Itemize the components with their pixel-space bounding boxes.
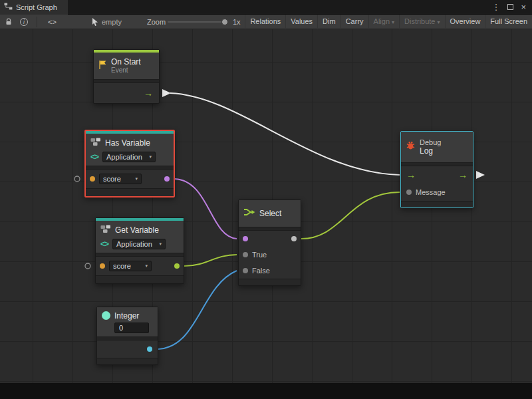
tab-label: Script Graph xyxy=(16,3,57,11)
selection-cursor-icon xyxy=(92,15,99,29)
trigger-output-port[interactable]: → xyxy=(144,88,153,98)
align-button[interactable]: Align▾ xyxy=(368,15,399,29)
integer-literal-icon xyxy=(102,311,110,320)
caret-down-icon: ▾ xyxy=(392,19,394,25)
exit-output-port[interactable]: → xyxy=(458,170,467,180)
false-port-label: False xyxy=(252,267,270,275)
edit-graph-icon[interactable]: <> xyxy=(48,15,57,29)
node-select[interactable]: Select True False xyxy=(238,200,301,286)
node-title: Select xyxy=(259,209,281,218)
caret-down-icon: ▾ xyxy=(438,19,440,25)
node-debug-log[interactable]: Debug Log → → Message xyxy=(400,131,473,208)
is-set-output-port[interactable] xyxy=(164,176,170,182)
message-input-port[interactable] xyxy=(406,190,412,195)
enter-input-port[interactable]: → xyxy=(406,170,416,180)
zoom-value: 1x xyxy=(233,15,241,29)
scope-value: Application xyxy=(106,153,142,161)
script-graph-icon xyxy=(4,3,13,11)
node-title: Log xyxy=(420,146,441,156)
node-title: Has Variable xyxy=(105,138,150,148)
node-title: Get Variable xyxy=(115,225,159,235)
code-chevrons-icon: <> xyxy=(90,152,98,162)
zoom-slider-track[interactable] xyxy=(168,21,225,23)
close-icon[interactable]: × xyxy=(521,2,526,12)
message-port-label: Message xyxy=(416,188,446,196)
relations-button[interactable]: Relations xyxy=(245,15,285,29)
node-footer xyxy=(97,358,158,364)
selection-output-port[interactable] xyxy=(291,236,297,241)
node-subtitle: Debug xyxy=(420,138,441,146)
zoom-slider-handle[interactable] xyxy=(221,19,228,25)
window-title-bar: Script Graph ⋮ × xyxy=(0,0,532,15)
carry-button[interactable]: Carry xyxy=(340,15,368,29)
node-get-variable[interactable]: Get Variable <> Application ▾ score ▾ xyxy=(95,217,184,284)
node-integer[interactable]: Integer 0 xyxy=(96,307,158,365)
variable-name-dropdown[interactable]: score ▾ xyxy=(99,174,142,184)
tab-script-graph[interactable]: Script Graph xyxy=(0,0,68,15)
variables-icon xyxy=(100,224,111,236)
node-footer xyxy=(239,279,301,285)
caret-down-icon: ▾ xyxy=(135,176,138,182)
node-on-start[interactable]: On Start Event → xyxy=(93,49,160,104)
toolbar-separator xyxy=(37,17,37,27)
overview-button[interactable]: Overview xyxy=(445,15,485,29)
window-menu-icon[interactable]: ⋮ xyxy=(491,2,500,12)
node-has-variable[interactable]: Has Variable <> Application ▾ score ▾ xyxy=(84,130,175,198)
select-merge-icon xyxy=(243,207,255,219)
fullscreen-button[interactable]: Full Screen xyxy=(485,15,532,29)
variable-name-input-port[interactable] xyxy=(100,263,105,269)
value-output-port[interactable] xyxy=(174,263,180,269)
variables-icon xyxy=(90,137,101,149)
info-icon[interactable]: i xyxy=(20,15,28,29)
zoom-label: Zoom xyxy=(147,15,166,29)
toolbar-buttons: Relations Values Dim Carry Align▾ Distri… xyxy=(245,15,532,29)
true-input-port[interactable] xyxy=(243,252,248,257)
node-footer xyxy=(96,275,184,283)
variable-name-input-port[interactable] xyxy=(90,176,95,182)
node-subtitle: Event xyxy=(111,66,141,74)
code-chevrons-icon: <> xyxy=(100,239,108,249)
node-footer xyxy=(86,188,174,196)
flag-icon xyxy=(98,60,107,72)
true-port-label: True xyxy=(252,251,267,259)
condition-input-port[interactable] xyxy=(243,236,248,241)
selection-status-label: empty xyxy=(102,15,122,29)
integer-value-field[interactable]: 0 xyxy=(114,323,149,333)
variable-name-value: score xyxy=(103,175,121,183)
maximize-icon[interactable] xyxy=(507,4,513,10)
lock-icon[interactable] xyxy=(5,15,13,29)
node-footer xyxy=(401,201,473,207)
distribute-button[interactable]: Distribute▾ xyxy=(399,15,444,29)
caret-down-icon: ▾ xyxy=(145,263,148,269)
false-input-port[interactable] xyxy=(243,268,248,273)
variable-scope-dropdown[interactable]: Application ▾ xyxy=(102,152,156,162)
values-button[interactable]: Values xyxy=(285,15,317,29)
canvas-outside-area xyxy=(0,383,532,399)
variable-scope-dropdown[interactable]: Application ▾ xyxy=(112,239,166,249)
value-output-port[interactable] xyxy=(147,346,152,352)
bug-icon xyxy=(406,141,416,153)
caret-down-icon: ▾ xyxy=(160,241,162,247)
node-title: Integer xyxy=(114,311,139,321)
scope-value: Application xyxy=(116,240,152,248)
variable-name-value: score xyxy=(113,262,131,270)
node-title: On Start xyxy=(111,57,141,66)
dim-button[interactable]: Dim xyxy=(317,15,340,29)
caret-down-icon: ▾ xyxy=(150,154,152,160)
variable-name-dropdown[interactable]: score ▾ xyxy=(109,261,152,271)
graph-toolbar: i <> empty Zoom 1x Relations Values Dim … xyxy=(0,15,532,29)
